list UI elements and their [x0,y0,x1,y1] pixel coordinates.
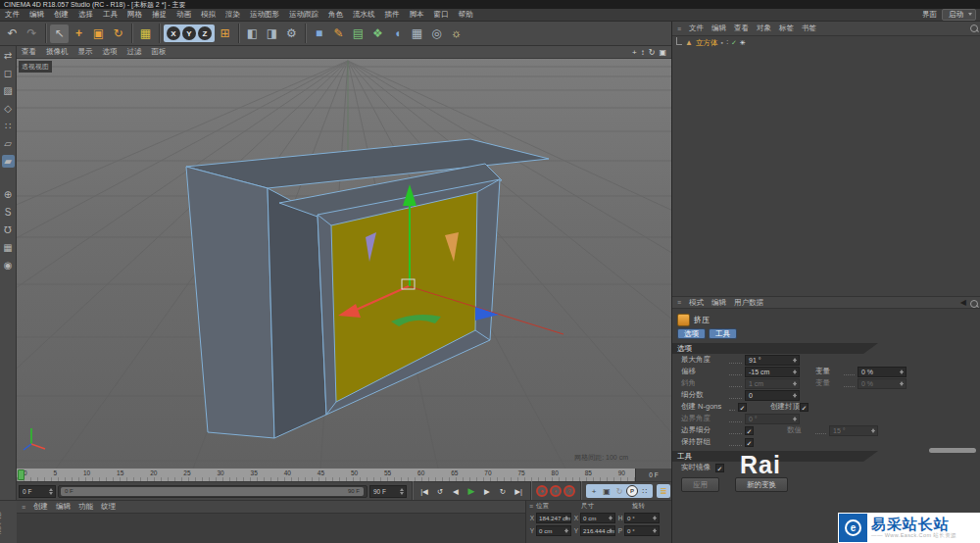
render-settings-icon[interactable]: ⚙ [282,25,301,43]
menu-script[interactable]: 脚本 [405,10,429,20]
enabled-check-icon[interactable]: ✓ [731,39,737,47]
materials-menu-edit[interactable]: 编辑 [56,502,71,512]
panel-icon[interactable]: ≡ [529,503,533,510]
next-frame-button[interactable]: ▶ [480,484,494,498]
model-mode-icon[interactable]: ◻ [2,67,15,79]
keyframe-selection-button[interactable]: ? [564,485,575,497]
tab-options[interactable]: 选项 [677,328,706,340]
autokey-button[interactable]: ◐ [550,485,562,497]
record-parameter-toggle[interactable]: P [626,485,638,497]
object-row[interactable]: ▲ 立方体 ▪ ∶ ✓ ✳ [672,36,980,49]
viewport-solo-icon[interactable]: S [2,206,15,219]
timeline-range-slider[interactable]: 0 F 90 F [58,485,368,498]
attr-menu-userdata[interactable]: 用户数据 [734,298,763,308]
menu-motion-tracker[interactable]: 运动跟踪 [284,10,323,20]
search-icon[interactable] [970,300,978,308]
axis-x-button[interactable]: X [167,26,180,40]
axis-y-button[interactable]: Y [182,26,196,40]
new-transform-button[interactable]: 新的变换 [735,477,788,492]
materials-menu-texture[interactable]: 纹理 [101,502,116,512]
history-back-icon[interactable]: ◀ [960,298,966,307]
menu-tools[interactable]: 工具 [98,10,122,20]
camera-icon[interactable]: ◎ [427,25,446,43]
om-menu-file[interactable]: 文件 [689,24,704,33]
subdivision-field[interactable]: 0 [745,390,800,401]
phong-tag-icon[interactable]: ✳ [740,39,746,47]
position-y-field[interactable]: 0 cm [536,525,571,536]
menu-animate[interactable]: 动画 [172,10,196,20]
menu-file[interactable]: 文件 [0,10,24,20]
panel-icon[interactable]: ≡ [677,25,681,32]
record-keyframe-button[interactable]: ● [536,485,548,497]
scale-icon[interactable]: ▣ [89,25,108,43]
menu-edit[interactable]: 编辑 [24,10,49,20]
redo-icon[interactable]: ↷ [23,25,41,43]
om-menu-bookmarks[interactable]: 书签 [802,24,816,33]
snap-magnet-icon[interactable]: ℧ [2,223,15,236]
viewport-toggle-icon[interactable]: ▣ [659,48,666,57]
previous-key-button[interactable]: ↺ [433,484,447,498]
bevel-field[interactable]: 1 cm [745,378,800,389]
max-angle-field[interactable]: 91 ° [745,355,800,366]
menu-create[interactable]: 创建 [49,10,74,20]
panel-icon[interactable]: ≡ [677,299,681,306]
size-y-field[interactable]: 216.444 cm [580,525,615,536]
create-ngons-checkbox[interactable]: ✓ [738,403,747,412]
visibility-dots-icon[interactable]: ∶ [726,38,728,47]
panel-icon[interactable]: ≡ [22,504,25,511]
layer-icon[interactable]: ▪ [720,39,722,46]
play-button[interactable]: ▶ [465,484,478,498]
object-name[interactable]: 立方体 [696,38,718,48]
record-position-toggle[interactable]: + [588,485,600,497]
timeline-ruler[interactable]: 0 5 10 15 20 25 30 35 40 45 50 55 60 65 … [17,469,635,481]
polygons-mode-icon[interactable]: ▰ [2,155,15,168]
viewport-menu-panel[interactable]: 面板 [147,47,172,57]
viewport-orbit-icon[interactable]: ↻ [649,48,656,57]
viewport-menu-cameras[interactable]: 摄像机 [41,47,74,57]
menu-snap[interactable]: 捕捉 [147,10,172,20]
live-selection-icon[interactable]: ↖ [50,25,69,43]
viewport-pan-icon[interactable]: + [632,48,637,57]
position-x-field[interactable]: 184.247 cm [536,513,571,523]
om-menu-edit[interactable]: 编辑 [711,24,726,33]
edge-subdiv-checkbox[interactable]: ✓ [745,426,754,435]
object-manager-body[interactable]: ▲ 立方体 ▪ ∶ ✓ ✳ [672,36,980,297]
layout-preset-dropdown[interactable]: 启动 [942,9,976,21]
light-icon[interactable]: ☼ [447,25,466,43]
enable-axis-icon[interactable]: ⊕ [2,188,15,201]
workplane-mode-icon[interactable]: ▦ [2,241,15,254]
axis-z-button[interactable]: Z [198,26,212,40]
menu-window[interactable]: 窗口 [429,10,454,20]
apply-button[interactable]: 应用 [681,477,719,492]
record-pla-toggle[interactable]: ∷ [639,485,651,497]
menu-plugins[interactable]: 插件 [380,10,405,20]
previous-frame-button[interactable]: ◀ [449,484,463,498]
goto-end-button[interactable]: ▶| [512,484,525,498]
search-icon[interactable] [970,25,978,32]
tab-tool[interactable]: 工具 [709,328,737,340]
materials-menu-function[interactable]: 功能 [78,502,93,512]
om-menu-tags[interactable]: 标签 [779,24,794,33]
goto-start-button[interactable]: |◀ [417,484,431,498]
keep-group-checkbox[interactable]: ✓ [745,438,754,447]
om-menu-objects[interactable]: 对象 [757,24,771,33]
offset-variance-field[interactable]: 0 % [858,367,906,377]
pen-spline-icon[interactable]: ✎ [329,25,348,43]
timeline-range-bar[interactable]: 0 F 90 F [61,487,364,496]
viewport-dolly-icon[interactable]: ↕ [641,48,645,57]
loop-button[interactable]: ↻ [496,484,510,498]
texture-mode-icon[interactable]: ▨ [2,84,15,97]
menu-render[interactable]: 渲染 [220,10,245,20]
rotate-icon[interactable]: ↻ [109,25,127,43]
rotation-h-field[interactable]: 0 ° [624,513,660,523]
current-frame-spinner[interactable]: 0 F [19,485,56,498]
viewport-menu-options[interactable]: 选项 [98,47,122,57]
edges-mode-icon[interactable]: ▱ [2,137,15,150]
mograph-icon[interactable]: ❖ [368,25,387,43]
materials-menu-create[interactable]: 创建 [33,502,48,512]
render-picture-viewer-icon[interactable]: ◨ [263,25,281,43]
menu-simulate[interactable]: 模拟 [196,10,220,20]
offset-field[interactable]: -15 cm [745,367,800,377]
generators-icon[interactable]: ▤ [349,25,368,43]
render-view-icon[interactable]: ◧ [243,25,262,43]
